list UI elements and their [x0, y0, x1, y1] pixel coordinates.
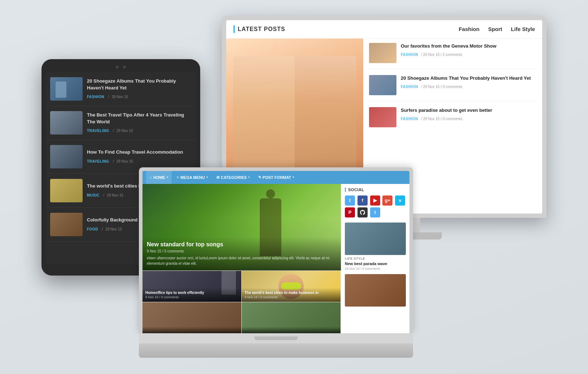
tablet-item-date-2: /	[113, 129, 115, 133]
laptop-grid-item-3[interactable]	[142, 302, 242, 333]
laptop-grid-item-2[interactable]: The world's best cities to make business…	[242, 270, 341, 302]
monitor-nav-fashion[interactable]: Fashion	[459, 26, 480, 32]
tablet-item-date-1b: 29 Nov 15	[111, 95, 128, 99]
laptop-hero-title[interactable]: New standard for top songs	[147, 241, 337, 248]
laptop-screen-body: ⌂ HOME ▾ ≡ MEGA MENU ▾ ⊞ CATEGORIES ▾	[139, 167, 413, 333]
mega-menu-icon: ≡	[177, 175, 179, 179]
tablet-item-cat-2: TRAVELING	[87, 129, 109, 133]
grid-overlay-2: The world's best cities to make business…	[242, 288, 341, 302]
monitor-nav-sport[interactable]: Sport	[488, 26, 502, 32]
sidebar-img-bg-2	[345, 274, 406, 307]
article-thumb-2	[369, 75, 396, 95]
sidebar-post-cat-1: LIFE STYLE	[345, 257, 406, 260]
scene: LATEST POSTS Fashion Sport Life Style	[41, 16, 547, 358]
laptop-hero-meta: 9 Nov 15 / 0 comments	[147, 249, 337, 253]
grid-title-1: Homeoffice tips to work efficiently	[145, 291, 238, 295]
tablet-camera-bar	[46, 66, 196, 69]
social-icon-google[interactable]: g+	[382, 195, 392, 206]
sidebar-post-2[interactable]	[345, 274, 406, 307]
sidebar-post-img-1	[345, 223, 406, 255]
tablet-item-date-1: /	[108, 95, 110, 99]
tablet-item-cat-3: TRAVELING	[87, 159, 109, 163]
tablet-thumb-4	[50, 179, 83, 202]
article-title-2[interactable]: 20 Shoegaze Albums That You Probably Hav…	[401, 75, 531, 82]
nav-home-label: HOME	[153, 175, 165, 180]
article-meta-2: / 29 Nov 15 / 0 comments	[421, 85, 462, 89]
tablet-item-date-2b: 29 Nov 15	[117, 129, 133, 133]
social-icon-vimeo[interactable]: v	[395, 195, 405, 206]
tablet-item-text-1: 20 Shoegaze Albums That You Probably Hav…	[87, 78, 192, 99]
article-meta-1: / 29 Nov 15 / 2 comments	[421, 53, 462, 57]
article-cat-1[interactable]: FASHION	[401, 53, 418, 57]
monitor-nav-lifestyle[interactable]: Life Style	[511, 26, 535, 32]
social-icon-github[interactable]	[357, 207, 368, 217]
tablet-item-date-3: /	[113, 159, 115, 163]
tablet-thumb-3	[50, 145, 83, 168]
monitor-logo: LATEST POSTS	[233, 25, 285, 33]
monitor-logo-text: LATEST POSTS	[238, 26, 285, 32]
sidebar-post-1[interactable]: LIFE STYLE New best parada wave 29 Nov 1…	[345, 223, 406, 270]
social-icon-twitter[interactable]: t	[345, 195, 355, 206]
tablet-item-text-3: How To Find Cheap Travel Accommodation T…	[87, 149, 192, 164]
logo-bar-icon	[233, 25, 235, 33]
tablet-item-date-4b: 29 Nov 15	[107, 193, 123, 197]
laptop-nav-home[interactable]: ⌂ HOME ▾	[146, 171, 172, 184]
laptop-grid-item-4[interactable]	[242, 302, 341, 333]
laptop-notch	[254, 336, 298, 340]
laptop-nav-postformat[interactable]: ✎ POST FORMAT ▾	[255, 171, 298, 184]
article-thumb-1	[369, 43, 396, 63]
laptop-grid: Homeoffice tips to work efficiently 9 No…	[142, 270, 341, 333]
article-cat-2[interactable]: FASHION	[401, 85, 418, 89]
categories-icon: ⊞	[216, 175, 219, 179]
tablet-item-title-2: The Best Travel Tips After 4 Years Trave…	[87, 112, 192, 125]
article-text-1: Our favorites from the Geneva Motor Show…	[401, 43, 496, 63]
tablet-thumb-2	[50, 111, 83, 135]
mega-arrow-icon: ▾	[206, 176, 208, 179]
categories-arrow-icon: ▾	[248, 176, 250, 179]
tablet-item-2[interactable]: The Best Travel Tips After 4 Years Trave…	[46, 106, 196, 140]
nav-postformat-label: POST FORMAT	[263, 175, 291, 180]
tablet-item-date-5: /	[102, 227, 104, 231]
tablet-thumb-1	[50, 77, 83, 101]
social-icon-pinterest[interactable]: P	[345, 207, 355, 217]
article-text-2: 20 Shoegaze Albums That You Probably Hav…	[401, 75, 531, 95]
home-arrow-icon: ▾	[167, 176, 168, 179]
social-icon-twitter-2[interactable]: t	[370, 207, 380, 217]
grid-meta-1: 9 Nov 15 / 0 comments	[145, 295, 238, 299]
tablet-item-1[interactable]: 20 Shoegaze Albums That You Probably Hav…	[46, 72, 196, 106]
social-section-title: SOCIAL	[345, 188, 406, 192]
article-title-1[interactable]: Our favorites from the Geneva Motor Show	[401, 43, 496, 49]
grid-overlay-1: Homeoffice tips to work efficiently 9 No…	[142, 288, 241, 302]
tablet-thumb-5	[50, 213, 83, 236]
home-icon: ⌂	[150, 175, 152, 179]
social-icon-youtube[interactable]: ▶	[370, 195, 380, 206]
laptop-body: New standard for top songs 9 Nov 15 / 0 …	[142, 184, 409, 333]
sidebar-post-title-1: New best parada wave	[345, 261, 406, 266]
postformat-arrow-icon: ▾	[293, 176, 294, 179]
monitor-article-1: Our favorites from the Geneva Motor Show…	[369, 43, 536, 69]
laptop-hero: New standard for top songs 9 Nov 15 / 0 …	[142, 184, 341, 270]
article-title-3[interactable]: Surfers paradise about to get even bette…	[401, 107, 492, 114]
laptop-screen: ⌂ HOME ▾ ≡ MEGA MENU ▾ ⊞ CATEGORIES ▾	[142, 171, 409, 333]
laptop-sidebar: SOCIAL t f ▶ g+ v P t	[341, 184, 409, 333]
laptop-navbar: ⌂ HOME ▾ ≡ MEGA MENU ▾ ⊞ CATEGORIES ▾	[142, 171, 409, 184]
tablet-dot-2	[123, 66, 126, 69]
laptop-hero-excerpt: etiam ullamcorper auctor orci, id luctuL…	[147, 255, 337, 266]
grid-meta-2: 9 Nov 15 / 0 comments	[245, 295, 338, 299]
nav-mega-label: MEGA MENU	[180, 175, 205, 180]
monitor-article-2: 20 Shoegaze Albums That You Probably Hav…	[369, 75, 536, 101]
laptop-hero-overlay: New standard for top songs 9 Nov 15 / 0 …	[142, 237, 341, 270]
post-format-icon: ✎	[258, 175, 261, 179]
laptop-nav-categories[interactable]: ⊞ CATEGORIES ▾	[213, 171, 253, 184]
monitor-header: LATEST POSTS Fashion Sport Life Style	[226, 20, 542, 39]
sidebar-img-bg-1	[345, 223, 406, 255]
tablet-item-cat-1: FASHION	[87, 95, 104, 99]
laptop-grid-item-1[interactable]: Homeoffice tips to work efficiently 9 No…	[142, 270, 242, 302]
article-cat-3[interactable]: FASHION	[401, 117, 418, 121]
grid-overlay-4	[242, 327, 341, 333]
laptop-base-top	[139, 333, 413, 343]
tablet-item-cat-4: MUSIC	[87, 193, 100, 197]
article-thumb-3	[369, 107, 396, 127]
social-icon-facebook[interactable]: f	[357, 195, 368, 206]
laptop-nav-mega[interactable]: ≡ MEGA MENU ▾	[173, 171, 211, 184]
